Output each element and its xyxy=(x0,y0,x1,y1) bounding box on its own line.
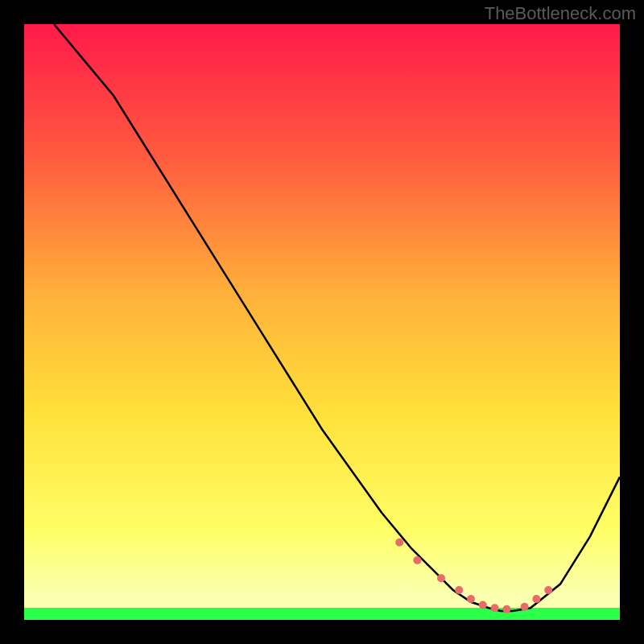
watermark-text: TheBottleneck.com xyxy=(485,3,636,24)
highlight-dot xyxy=(455,586,463,594)
highlight-dot xyxy=(413,556,421,564)
highlight-dot xyxy=(395,539,403,547)
chart-svg xyxy=(24,24,620,620)
highlight-dot xyxy=(491,604,499,612)
highlight-dot xyxy=(544,586,552,594)
highlight-dot xyxy=(467,595,475,603)
highlight-dot xyxy=(521,603,529,611)
chart-background-gradient xyxy=(24,24,620,620)
chart-bottom-band xyxy=(24,608,620,620)
highlight-dot xyxy=(437,574,445,582)
highlight-dot xyxy=(502,605,510,613)
highlight-dot xyxy=(479,601,487,609)
highlight-dot xyxy=(532,595,540,603)
chart-plot-area xyxy=(24,24,620,620)
